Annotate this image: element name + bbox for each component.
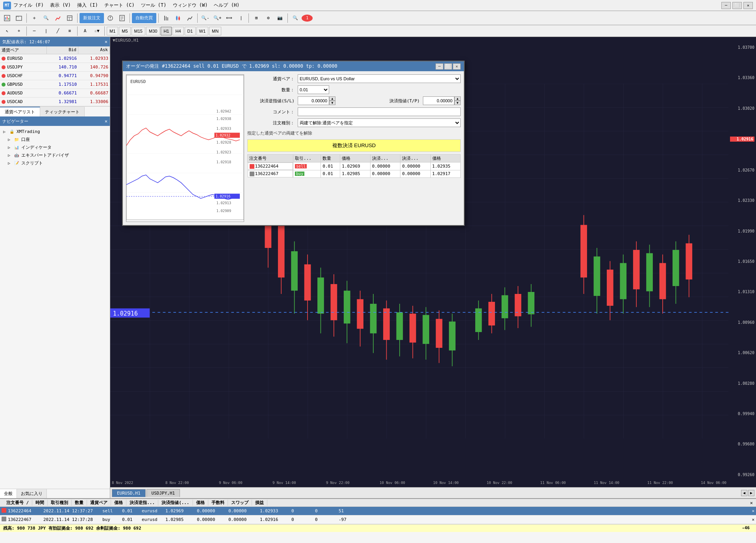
- nav-expand-icon[interactable]: ▷: [3, 129, 8, 134]
- chart-tab-usdjpy[interactable]: USDJPY,H1: [146, 489, 180, 497]
- tf-h1[interactable]: H1: [161, 27, 172, 35]
- minimize-button[interactable]: ─: [721, 2, 731, 9]
- candle-button[interactable]: [172, 13, 183, 24]
- terminal-row-1[interactable]: 136222464 2022.11.14 12:37:27 sell 0.01 …: [0, 507, 756, 515]
- nav-ea-expand[interactable]: ▷: [8, 153, 13, 157]
- tf-h4[interactable]: H4: [172, 27, 183, 35]
- nav-script-expand[interactable]: ▷: [8, 161, 13, 165]
- sl-down[interactable]: ▼: [329, 101, 335, 105]
- tab-tick-chart[interactable]: ティックチャート: [40, 107, 85, 116]
- notification-badge[interactable]: 1: [302, 15, 313, 22]
- mw-row-gbpusd[interactable]: GBPUSD 1.17510 1.17531: [0, 80, 110, 89]
- new-order-button[interactable]: 新規注文: [80, 13, 104, 23]
- auto-trade-button[interactable]: 自動売買: [132, 13, 156, 23]
- menu-insert[interactable]: 挿入 (I): [77, 2, 98, 9]
- window-controls[interactable]: ─ ⬜ ✕: [721, 2, 753, 9]
- nav-account-expand[interactable]: ▷: [8, 137, 13, 142]
- timeframe-buttons[interactable]: M1 M5 M15 M30 H1 H4 D1 W1 MN: [107, 27, 221, 35]
- menu-chart[interactable]: チャート (C): [104, 2, 135, 9]
- screenshot-button[interactable]: 📷: [274, 13, 285, 24]
- terminal-close[interactable]: ✕: [750, 500, 753, 506]
- tf-mn[interactable]: MN: [209, 27, 221, 35]
- navigator-close[interactable]: ✕: [105, 118, 107, 124]
- dialog-restore[interactable]: ⬜: [444, 63, 452, 70]
- crosshair-tool[interactable]: +: [13, 26, 24, 37]
- dialog-minimize[interactable]: ─: [435, 63, 443, 70]
- scroll-button[interactable]: ⟺: [224, 13, 235, 24]
- menu-file[interactable]: ファイル (F): [13, 2, 44, 9]
- nav-account[interactable]: ▷ 📁 口座: [2, 135, 108, 143]
- chart-tab-prev[interactable]: ◀: [741, 490, 747, 496]
- tf-m15[interactable]: M15: [132, 27, 145, 35]
- sl-up[interactable]: ▲: [329, 96, 335, 101]
- comment-input[interactable]: [298, 107, 461, 116]
- trendline-tool[interactable]: ╱: [52, 26, 63, 37]
- nav-tab-favorites[interactable]: お気に入り: [17, 489, 47, 498]
- market-watch-close[interactable]: ✕: [105, 39, 107, 44]
- menu-window[interactable]: ウィンドウ (W): [173, 2, 208, 9]
- mw-row-audusd[interactable]: AUDUSD 0.66671 0.66687: [0, 89, 110, 98]
- sl-input[interactable]: 0.00000: [298, 96, 329, 105]
- indicator-button[interactable]: [52, 13, 63, 24]
- close-button[interactable]: ✕: [743, 2, 753, 9]
- search-button[interactable]: 🔍: [290, 13, 301, 24]
- chart-tab-next[interactable]: ▶: [748, 490, 754, 496]
- label-tool[interactable]: ☆▼: [91, 26, 102, 37]
- fukusu-button[interactable]: 複数決済 EURUSD: [247, 139, 461, 152]
- tab-pair-list[interactable]: 通貨ペアリスト: [0, 107, 40, 116]
- zoom-in2-button[interactable]: 🔍+: [212, 13, 223, 24]
- tf-m1[interactable]: M1: [107, 27, 118, 35]
- order-row-2[interactable]: 136222467 buy 0.01 1.02985 0.00000 0.000…: [248, 170, 461, 177]
- template-button[interactable]: [64, 13, 75, 24]
- nav-script[interactable]: ▷ 📝 スクリプト: [2, 159, 108, 167]
- settings-button[interactable]: ⚙: [263, 13, 274, 24]
- zoom-in-button[interactable]: 🔍: [41, 13, 52, 24]
- chart-tab-eurusd[interactable]: EURUSD,H1: [112, 489, 146, 497]
- menu-tools[interactable]: ツール (T): [141, 2, 167, 9]
- order-type-select[interactable]: 両建て解除:通貨ペアを指定: [298, 118, 461, 127]
- nav-tab-all[interactable]: 全般: [0, 489, 17, 498]
- nav-indicator[interactable]: ▷ 📊 インディケータ: [2, 143, 108, 151]
- menu-help[interactable]: ヘルプ (H): [214, 2, 239, 9]
- mw-row-usdchf[interactable]: USDCHF 0.94771 0.94790: [0, 72, 110, 80]
- restore-button[interactable]: ⬜: [732, 2, 742, 9]
- nav-ea[interactable]: ▷ 🤖 エキスパートアドバイザ: [2, 151, 108, 159]
- grid-button[interactable]: ⊞: [251, 13, 262, 24]
- mw-row-eurusd[interactable]: EURUSD 1.02916 1.02933: [0, 54, 110, 63]
- menu-view[interactable]: 表示 (V): [50, 2, 71, 9]
- cursor-tool[interactable]: ↖: [2, 26, 13, 37]
- mw-row-usdcad[interactable]: USDCAD 1.32981 1.33006: [0, 98, 110, 106]
- order-row-1[interactable]: 136222464 sell 0.01 1.02969 0.00000 0.00…: [248, 163, 461, 170]
- chart-bar-button[interactable]: [161, 13, 172, 24]
- order-icon[interactable]: [105, 13, 116, 24]
- currency-pair-select[interactable]: EURUSD, Euro vs US Dollar: [298, 74, 461, 83]
- dialog-window-controls[interactable]: ─ ⬜ ✕: [435, 63, 461, 70]
- nav-xmtrading[interactable]: ▷ 🔒 XMTrading: [2, 127, 108, 135]
- tf-d1[interactable]: D1: [185, 27, 196, 35]
- tp-down[interactable]: ▼: [454, 101, 461, 105]
- text-tool[interactable]: A: [80, 26, 91, 37]
- fib-tool[interactable]: ≡: [64, 26, 75, 37]
- terminal-row-2[interactable]: 136222467 2022.11.14 12:37:28 buy 0.01 e…: [0, 515, 756, 524]
- mw-row-usdjpy[interactable]: USDJPY 140.710 140.726: [0, 63, 110, 72]
- quantity-select[interactable]: 0.01: [298, 85, 329, 94]
- new-chart-button[interactable]: [2, 13, 13, 24]
- tr1-close-btn[interactable]: ✕: [750, 508, 756, 513]
- vline-tool[interactable]: |: [41, 26, 52, 37]
- tf-w1[interactable]: W1: [196, 27, 209, 35]
- period-sep-button[interactable]: |: [235, 13, 246, 24]
- hline-tool[interactable]: ─: [29, 26, 40, 37]
- open-button[interactable]: [13, 13, 24, 24]
- tp-input[interactable]: 0.00000: [423, 96, 454, 105]
- menu-bar[interactable]: ファイル (F) 表示 (V) 挿入 (I) チャート (C) ツール (T) …: [13, 2, 239, 9]
- tp-up[interactable]: ▲: [454, 96, 461, 101]
- tf-m5[interactable]: M5: [119, 27, 130, 35]
- history-icon[interactable]: [117, 13, 128, 24]
- zoom-out2-button[interactable]: 🔍-: [200, 13, 211, 24]
- dialog-close[interactable]: ✕: [453, 63, 461, 70]
- line-chart-button[interactable]: [184, 13, 195, 24]
- tr2-close-btn[interactable]: ✕: [750, 517, 756, 522]
- crosshair-button[interactable]: ✛: [29, 13, 40, 24]
- tf-m30[interactable]: M30: [146, 27, 160, 35]
- nav-indicator-expand[interactable]: ▷: [8, 145, 13, 150]
